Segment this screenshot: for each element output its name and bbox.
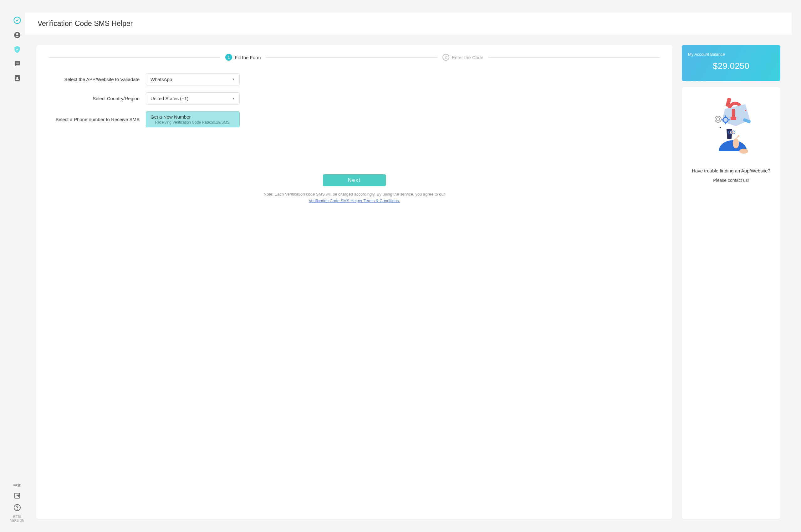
logo-icon[interactable] (13, 16, 22, 25)
shield-check-icon[interactable] (13, 45, 22, 54)
note-text: Note: Each Verification code SMS will be… (49, 191, 660, 204)
get-new-number-button[interactable]: Get a New Number Receiving Verification … (146, 111, 240, 127)
app-select-value: WhatsApp (151, 77, 172, 82)
app-select[interactable]: WhatsApp ▼ (146, 73, 240, 86)
message-icon[interactable] (13, 59, 22, 68)
country-select-value: United States (+1) (151, 96, 188, 101)
help-illustration-icon (703, 95, 759, 157)
chevron-down-icon: ▼ (232, 97, 235, 100)
logout-icon[interactable] (13, 491, 22, 500)
svg-point-20 (745, 110, 746, 111)
svg-point-11 (17, 509, 17, 510)
svg-rect-15 (730, 117, 736, 120)
svg-rect-3 (16, 62, 19, 63)
help-title: Have trouble finding an App/Website? (692, 168, 770, 173)
help-icon[interactable] (13, 503, 22, 512)
app-select-label: Select the APP/Website to Valiadate (49, 77, 139, 82)
svg-point-25 (733, 138, 739, 148)
svg-rect-7 (15, 75, 20, 76)
next-button[interactable]: Next (323, 174, 386, 186)
contact-icon[interactable] (13, 74, 22, 83)
form-card: 1 Fill the Form 2 Enter the Code Select … (36, 45, 672, 519)
get-number-title: Get a New Number (151, 114, 235, 119)
header: Verification Code SMS Helper (25, 13, 792, 35)
get-number-rate: Receiving Verification Code Rate:$0.29/S… (151, 120, 235, 125)
svg-point-26 (739, 149, 748, 154)
svg-rect-8 (15, 81, 20, 81)
step-2-circle: 2 (442, 54, 449, 61)
country-select[interactable]: United States (+1) ▼ (146, 92, 240, 104)
svg-point-2 (16, 33, 18, 35)
terms-link[interactable]: Verification Code SMS Helper Terms & Con… (309, 198, 400, 203)
language-toggle[interactable]: 中文 (14, 483, 21, 488)
step-2-label: Enter the Code (452, 55, 483, 60)
svg-point-18 (715, 116, 721, 122)
help-subtitle: Please contact us! (713, 178, 749, 183)
chevron-down-icon: ▼ (232, 78, 235, 81)
account-icon[interactable] (13, 31, 22, 39)
step-indicator: 1 Fill the Form 2 Enter the Code (49, 54, 660, 61)
balance-value: $29.0250 (688, 61, 774, 71)
help-card: Have trouble finding an App/Website? Ple… (682, 87, 780, 519)
svg-point-21 (720, 127, 721, 128)
svg-rect-4 (16, 63, 19, 64)
phone-select-label: Select a Phone number to Receive SMS (49, 117, 139, 122)
step-1-circle: 1 (225, 54, 232, 61)
sidebar: 中文 BETA VERSION (9, 13, 25, 529)
svg-point-6 (17, 77, 18, 79)
balance-card: My Account Balance $29.0250 (682, 45, 780, 81)
balance-label: My Account Balance (688, 52, 774, 57)
svg-point-19 (717, 118, 720, 121)
country-select-label: Select Country/Region (49, 96, 139, 101)
beta-version-label: BETA VERSION (10, 515, 24, 522)
page-title: Verification Code SMS Helper (38, 19, 779, 28)
step-1-label: Fill the Form (235, 55, 261, 60)
